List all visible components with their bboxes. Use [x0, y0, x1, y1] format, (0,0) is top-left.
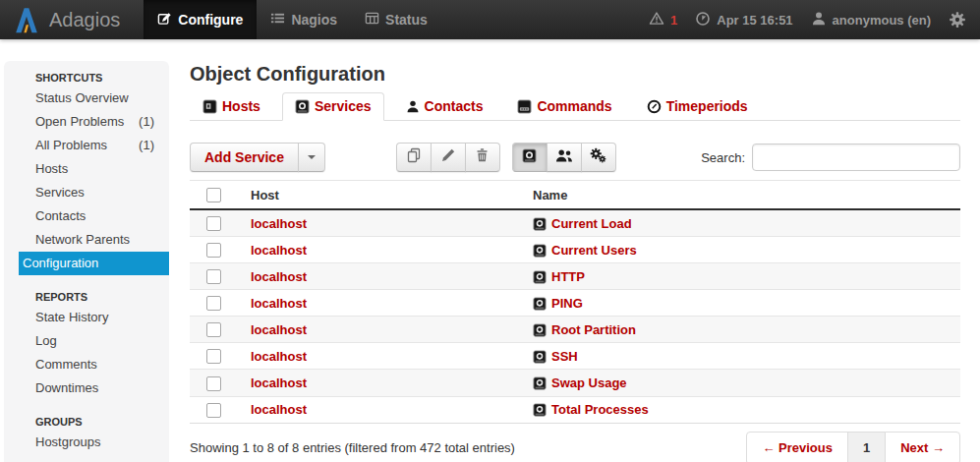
nav-item-status[interactable]: Status [351, 0, 441, 39]
add-service-button[interactable]: Add Service [190, 143, 299, 172]
nav-item-nagios[interactable]: Nagios [257, 0, 351, 39]
entries-summary: Showing 1 to 8 of 8 entries (filtered fr… [190, 440, 515, 455]
service-link[interactable]: Swap Usage [533, 375, 627, 390]
tab-commands[interactable]: Commands [504, 92, 624, 120]
sidebar-item[interactable]: All Problems (1) [4, 134, 169, 157]
service-link[interactable]: HTTP [533, 269, 585, 284]
service-link[interactable]: Total Processes [533, 402, 649, 417]
service-icon [295, 99, 310, 114]
search-area: Search: [701, 144, 960, 171]
sidebar-section-header: SHORTCUTS [4, 68, 169, 87]
service-icon [533, 297, 547, 311]
sidebar-item[interactable]: Configuration [19, 252, 169, 275]
row-checkbox[interactable] [206, 296, 221, 311]
column-header-host[interactable]: Host [251, 181, 533, 210]
service-link[interactable]: Current Load [533, 216, 632, 231]
user-menu[interactable]: anonymous (en) [811, 11, 931, 29]
host-link[interactable]: localhost [251, 402, 307, 417]
service-link[interactable]: PING [533, 296, 583, 311]
sidebar-item[interactable]: Comments [4, 353, 169, 376]
adagios-logo-icon[interactable] [12, 5, 41, 34]
add-service-group: Add Service [190, 143, 325, 172]
table-row: localhost SSH [190, 343, 960, 370]
host-link[interactable]: localhost [251, 269, 307, 284]
table-footer: Showing 1 to 8 of 8 entries (filtered fr… [190, 432, 960, 462]
sidebar-item[interactable]: Status Overview [4, 87, 169, 110]
sidebar-item[interactable]: Contacts [4, 204, 169, 228]
service-icon [533, 244, 547, 258]
service-icon [533, 270, 547, 284]
sidebar-item[interactable]: State History [4, 306, 169, 329]
count-badge: (1) [139, 110, 154, 134]
table-row: localhost Total Processes [190, 396, 960, 423]
service-icon [533, 217, 547, 231]
edit-actions-group [396, 143, 500, 172]
next-page-button[interactable]: Next → [885, 432, 960, 462]
search-input[interactable] [752, 144, 960, 171]
host-link[interactable]: localhost [251, 216, 307, 231]
pencil-icon [440, 147, 456, 167]
row-checkbox[interactable] [206, 243, 221, 258]
host-link[interactable]: localhost [251, 375, 307, 390]
table-row: localhost PING [190, 290, 960, 317]
sidebar-item[interactable]: Network Parents [4, 228, 169, 252]
edit-button[interactable] [431, 143, 466, 172]
column-header-name[interactable]: Name [533, 181, 960, 210]
command-icon [517, 99, 532, 114]
datetime-label: Apr 15 16:51 [717, 13, 792, 28]
nav-item-configure[interactable]: Configure [144, 0, 257, 39]
host-link[interactable]: localhost [251, 243, 307, 258]
row-checkbox[interactable] [206, 322, 221, 337]
table-icon [365, 11, 379, 29]
sidebar-item[interactable]: Services [4, 181, 169, 204]
row-checkbox[interactable] [206, 376, 221, 391]
sidebar-item[interactable]: Downtimes [4, 376, 169, 400]
sidebar-item[interactable]: Hosts [4, 157, 169, 181]
settings-view-button[interactable] [581, 143, 616, 172]
row-checkbox[interactable] [206, 216, 221, 231]
clock-display[interactable]: Apr 15 16:51 [695, 11, 792, 29]
copy-button[interactable] [396, 143, 432, 172]
host-link[interactable]: localhost [251, 296, 307, 311]
contacts-view-button[interactable] [547, 143, 582, 172]
service-icon [533, 376, 547, 390]
service-icon [533, 403, 547, 417]
table-row: localhost Current Users [190, 237, 960, 263]
timeperiod-clock-icon [647, 99, 662, 114]
service-link[interactable]: Current Users [533, 243, 637, 258]
sidebar-item[interactable]: Open Problems (1) [4, 110, 169, 134]
previous-page-button[interactable]: ← Previous [746, 432, 848, 462]
clock-icon [695, 11, 711, 29]
tab-timeperiods[interactable]: Timeperiods [634, 92, 761, 120]
host-link[interactable]: localhost [251, 349, 307, 364]
tab-services[interactable]: Services [282, 92, 384, 121]
edit-icon [157, 11, 172, 29]
service-link[interactable]: Root Partition [533, 322, 636, 337]
sidebar: SHORTCUTS Status Overview Open Problems … [4, 61, 169, 462]
table-header-row: Host Name [190, 181, 960, 210]
table-row: localhost HTTP [190, 263, 960, 290]
alerts-indicator[interactable]: 1 [649, 11, 677, 29]
add-service-dropdown-button[interactable] [298, 143, 325, 172]
sidebar-item[interactable]: Log [4, 329, 169, 353]
tab-contacts[interactable]: Contacts [393, 92, 496, 120]
row-checkbox[interactable] [206, 403, 221, 418]
brand-title[interactable]: Adagios [49, 9, 120, 31]
list-icon [270, 11, 285, 29]
settings-gear-icon[interactable] [949, 11, 966, 29]
row-checkbox[interactable] [206, 349, 221, 364]
delete-button[interactable] [465, 143, 500, 172]
services-table: Host Name localhost Current Load localho… [190, 180, 960, 424]
services-view-button[interactable] [512, 143, 548, 172]
chevron-down-icon [308, 155, 316, 159]
copy-icon [406, 147, 422, 167]
tab-hosts[interactable]: Hosts [190, 92, 273, 120]
sidebar-section-header: REPORTS [4, 287, 169, 306]
service-link[interactable]: SSH [533, 349, 578, 364]
select-all-checkbox[interactable] [206, 188, 221, 202]
row-checkbox[interactable] [206, 269, 221, 284]
sidebar-item[interactable]: Hostgroups [4, 431, 169, 454]
service-icon [522, 148, 537, 167]
host-link[interactable]: localhost [251, 322, 307, 337]
current-page-button[interactable]: 1 [847, 432, 886, 462]
